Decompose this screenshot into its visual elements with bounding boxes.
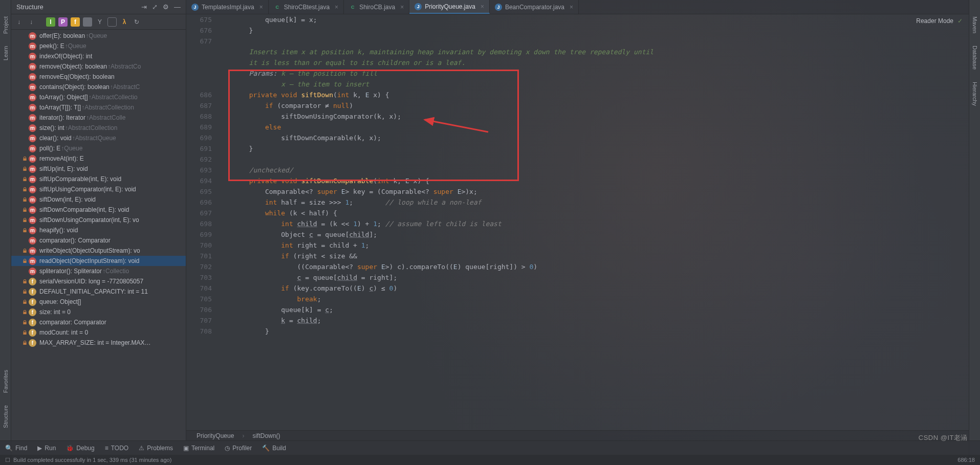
tree-item[interactable]: msiftUpComparable(int, E): void [11, 174, 186, 184]
tree-item[interactable]: msiftDownUsingComparator(int, E): vo [11, 215, 186, 225]
lambda-icon[interactable]: λ [120, 17, 129, 27]
code-line[interactable]: } [217, 25, 969, 36]
collapse-icon[interactable]: ⇥ [141, 3, 147, 11]
problems-button[interactable]: ⚠Problems [139, 445, 173, 452]
code-line[interactable]: it is less than or equal to its children… [217, 57, 969, 68]
tree-item[interactable]: mremove(Object): boolean ↑AbstractCo [11, 61, 186, 72]
cursor-position[interactable]: 686:18 [957, 457, 975, 463]
code-line[interactable] [217, 36, 969, 47]
close-icon[interactable]: × [259, 4, 263, 11]
show-properties-icon[interactable]: P [58, 17, 68, 27]
code-line[interactable]: int half = size >>> 1; // loop while a n… [217, 197, 969, 208]
code-line[interactable]: queue[k] = c; [217, 304, 969, 315]
structure-tool[interactable]: Structure [3, 405, 9, 428]
tree-item[interactable]: mclear(): void ↑AbstractQueue [11, 133, 186, 143]
close-icon[interactable]: × [335, 4, 338, 11]
project-tool[interactable]: Project [3, 16, 9, 34]
code-line[interactable]: } [217, 326, 969, 337]
database-tool[interactable]: Database [972, 46, 978, 70]
breadcrumb-method[interactable]: siftDown() [252, 432, 280, 439]
tree-item[interactable]: fcomparator: Comparator [11, 317, 186, 327]
code-line[interactable]: Object c = queue[child]; [217, 229, 969, 240]
code-line[interactable]: c = queue[child = right]; [217, 272, 969, 283]
hide-icon[interactable]: — [174, 3, 181, 11]
tree-item[interactable]: msiftUp(int, E): void [11, 164, 186, 174]
tree-item[interactable]: fserialVersionUID: long = -7720805057 [11, 276, 186, 286]
tree-item[interactable]: mspliterator(): Spliterator ↑Collectio [11, 266, 186, 276]
code-line[interactable]: Comparable<? super E> key = (Comparable<… [217, 186, 969, 197]
show-fields-icon[interactable]: f [71, 17, 80, 27]
circle-icon[interactable] [107, 17, 117, 27]
close-icon[interactable]: × [400, 4, 404, 11]
code-line[interactable] [217, 154, 969, 165]
tree-item[interactable]: mremoveEq(Object): boolean [11, 72, 186, 82]
code-line[interactable]: siftDownUsingComparator(k, x); [217, 111, 969, 122]
code-line[interactable]: x – the item to insert [217, 79, 969, 90]
tree-item[interactable]: fqueue: Object[] [11, 297, 186, 307]
code-line[interactable]: break; [217, 294, 969, 304]
code-line[interactable]: ((Comparable<? super E>) c).compareTo((E… [217, 261, 969, 272]
nonpublic-icon[interactable] [83, 17, 92, 27]
tree-item[interactable]: msiftUpUsingComparator(int, E): void [11, 184, 186, 194]
structure-tree[interactable]: moffer(E): boolean ↑Queuempeek(): E ↑Que… [11, 30, 186, 440]
tree-item[interactable]: mcomparator(): Comparator [11, 235, 186, 246]
close-icon[interactable]: × [570, 4, 573, 11]
tree-item[interactable]: mtoArray(): Object[] ↑AbstractCollectio [11, 92, 186, 102]
tree-item[interactable]: fmodCount: int = 0 [11, 327, 186, 338]
code-body[interactable]: queue[k] = x; } Inserts item x at positi… [217, 14, 969, 430]
profiler-button[interactable]: ◷Profiler [225, 445, 252, 452]
expand-icon[interactable]: ⤢ [152, 3, 158, 11]
code-line[interactable]: } [217, 143, 969, 154]
code-line[interactable]: while (k < half) { [217, 208, 969, 218]
code-line[interactable]: siftDownComparable(k, x); [217, 132, 969, 143]
debug-button[interactable]: 🐞Debug [66, 445, 94, 452]
tree-item[interactable]: mpeek(): E ↑Queue [11, 41, 186, 51]
tree-item[interactable]: mheapify(): void [11, 225, 186, 235]
breadcrumb-class[interactable]: PriorityQueue [197, 432, 234, 439]
code-line[interactable]: queue[k] = x; [217, 14, 969, 25]
code-editor[interactable]: 6756766776866876886896906916926936946956… [186, 14, 969, 430]
more-icon[interactable]: ↻ [132, 17, 141, 27]
tree-item[interactable]: msiftDown(int, E): void [11, 194, 186, 205]
code-line[interactable]: k = child; [217, 315, 969, 326]
sort-asc-icon[interactable]: ↓ [14, 17, 24, 27]
sort-desc-icon[interactable]: ↓ [27, 17, 36, 27]
fork-icon[interactable]: Y [95, 17, 104, 27]
tree-item[interactable]: miterator(): Iterator ↑AbstractColle [11, 113, 186, 123]
tree-item[interactable]: mcontains(Object): boolean ↑AbstractC [11, 82, 186, 92]
tree-item[interactable]: fDEFAULT_INITIAL_CAPACITY: int = 11 [11, 286, 186, 297]
learn-tool[interactable]: Learn [3, 46, 9, 60]
gear-icon[interactable]: ⚙ [163, 3, 169, 11]
code-line[interactable]: private void siftDown(int k, E x) { [217, 90, 969, 100]
close-icon[interactable]: × [481, 3, 484, 10]
code-line[interactable]: if (comparator ≠ null) [217, 100, 969, 111]
tree-item[interactable]: msiftDownComparable(int, E): void [11, 205, 186, 215]
editor-tab[interactable]: JBeanComparator.java× [490, 0, 579, 14]
tree-item[interactable]: fsize: int = 0 [11, 307, 186, 317]
todo-button[interactable]: ≡TODO [105, 445, 128, 452]
code-line[interactable]: Params: k – the position to fill [217, 68, 969, 79]
code-line[interactable]: private void siftDownComparable(int k, E… [217, 175, 969, 186]
find-button[interactable]: 🔍Find [5, 445, 27, 452]
hierarchy-tool[interactable]: Hierarchy [972, 82, 978, 106]
tree-item[interactable]: mreadObject(ObjectInputStream): void [11, 256, 186, 266]
code-line[interactable]: /unchecked/ [217, 165, 969, 175]
code-line[interactable]: else [217, 122, 969, 132]
tree-item[interactable]: mremoveAt(int): E [11, 153, 186, 164]
editor-tab[interactable]: CShiroCBtest.java× [269, 0, 344, 14]
code-line[interactable]: if (right < size && [217, 251, 969, 261]
tree-item[interactable]: msize(): int ↑AbstractCollection [11, 123, 186, 133]
build-button[interactable]: 🔨Build [262, 445, 286, 452]
maven-tool[interactable]: Maven [972, 16, 978, 33]
tree-item[interactable]: moffer(E): boolean ↑Queue [11, 31, 186, 41]
code-line[interactable]: int right = child + 1; [217, 240, 969, 251]
tree-item[interactable]: fMAX_ARRAY_SIZE: int = Integer.MAX… [11, 338, 186, 348]
tree-item[interactable]: mpoll(): E ↑Queue [11, 143, 186, 153]
favorites-tool[interactable]: Favorites [3, 370, 9, 393]
code-line[interactable]: Inserts item x at position k, maintainin… [217, 47, 969, 57]
editor-tab[interactable]: JTemplatesImpl.java× [186, 0, 269, 14]
run-button[interactable]: ▶Run [37, 445, 56, 452]
editor-tab[interactable]: CShiroCB.java× [344, 0, 409, 14]
terminal-button[interactable]: ▣Terminal [183, 445, 214, 452]
editor-tab[interactable]: JPriorityQueue.java× [409, 0, 490, 14]
